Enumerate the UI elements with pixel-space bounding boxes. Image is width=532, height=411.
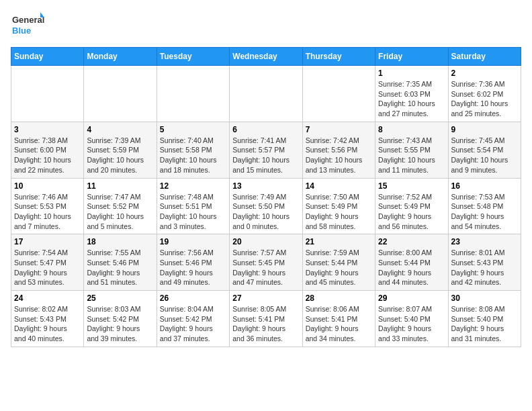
cell-content: Sunrise: 8:06 AMSunset: 5:41 PMDaylight:… (306, 304, 372, 344)
cell-content: Sunrise: 8:08 AMSunset: 5:40 PMDaylight:… (451, 304, 518, 344)
calendar-cell: 20Sunrise: 7:57 AMSunset: 5:45 PMDayligh… (230, 234, 302, 291)
day-number: 8 (378, 125, 445, 134)
calendar-cell: 17Sunrise: 7:54 AMSunset: 5:47 PMDayligh… (11, 234, 84, 291)
calendar-body: 1Sunrise: 7:35 AMSunset: 6:03 PMDaylight… (11, 66, 521, 347)
day-number: 11 (87, 181, 153, 191)
calendar-week-5: 24Sunrise: 8:02 AMSunset: 5:43 PMDayligh… (11, 291, 521, 347)
day-number: 25 (87, 293, 153, 303)
day-number: 28 (306, 293, 372, 303)
calendar-cell: 22Sunrise: 8:00 AMSunset: 5:44 PMDayligh… (375, 234, 448, 291)
calendar-cell: 11Sunrise: 7:47 AMSunset: 5:52 PMDayligh… (84, 178, 157, 234)
day-number: 26 (160, 293, 226, 303)
day-number: 12 (160, 181, 226, 191)
cell-content: Sunrise: 7:54 AMSunset: 5:47 PMDaylight:… (14, 248, 81, 287)
calendar-header: SundayMondayTuesdayWednesdayThursdayFrid… (11, 48, 521, 66)
cell-content: Sunrise: 7:48 AMSunset: 5:51 PMDaylight:… (160, 192, 226, 232)
day-number: 27 (232, 293, 299, 303)
calendar-cell: 24Sunrise: 8:02 AMSunset: 5:43 PMDayligh… (11, 291, 84, 347)
weekday-header-saturday: Saturday (448, 48, 521, 66)
calendar-cell: 30Sunrise: 8:08 AMSunset: 5:40 PMDayligh… (448, 291, 521, 347)
calendar-cell: 14Sunrise: 7:50 AMSunset: 5:49 PMDayligh… (302, 178, 375, 234)
weekday-header-monday: Monday (84, 48, 157, 66)
weekday-header-sunday: Sunday (11, 48, 84, 66)
calendar-cell: 8Sunrise: 7:43 AMSunset: 5:55 PMDaylight… (375, 122, 448, 178)
cell-content: Sunrise: 8:05 AMSunset: 5:41 PMDaylight:… (232, 304, 299, 344)
day-number: 5 (160, 125, 226, 134)
cell-content: Sunrise: 8:02 AMSunset: 5:43 PMDaylight:… (14, 304, 81, 344)
day-number: 30 (451, 293, 518, 303)
day-number: 4 (87, 125, 153, 134)
day-number: 7 (306, 125, 372, 134)
calendar-cell: 2Sunrise: 7:36 AMSunset: 6:02 PMDaylight… (448, 66, 521, 122)
cell-content: Sunrise: 7:40 AMSunset: 5:58 PMDaylight:… (160, 136, 226, 175)
calendar-cell: 16Sunrise: 7:53 AMSunset: 5:48 PMDayligh… (448, 178, 521, 234)
calendar-cell: 5Sunrise: 7:40 AMSunset: 5:58 PMDaylight… (157, 122, 229, 178)
cell-content: Sunrise: 7:59 AMSunset: 5:44 PMDaylight:… (306, 248, 372, 287)
day-number: 15 (378, 181, 445, 191)
weekday-header-thursday: Thursday (302, 48, 375, 66)
cell-content: Sunrise: 7:47 AMSunset: 5:52 PMDaylight:… (87, 192, 153, 232)
calendar-cell: 1Sunrise: 7:35 AMSunset: 6:03 PMDaylight… (375, 66, 448, 122)
day-number: 14 (306, 181, 372, 191)
calendar-cell: 4Sunrise: 7:39 AMSunset: 5:59 PMDaylight… (84, 122, 157, 178)
cell-content: Sunrise: 8:01 AMSunset: 5:43 PMDaylight:… (451, 248, 518, 287)
day-number: 20 (232, 237, 299, 246)
svg-text:Blue: Blue (12, 26, 31, 36)
calendar-cell (230, 66, 302, 122)
calendar-cell: 6Sunrise: 7:41 AMSunset: 5:57 PMDaylight… (230, 122, 302, 178)
cell-content: Sunrise: 8:00 AMSunset: 5:44 PMDaylight:… (378, 248, 445, 287)
calendar-cell: 18Sunrise: 7:55 AMSunset: 5:46 PMDayligh… (84, 234, 157, 291)
calendar-cell: 27Sunrise: 8:05 AMSunset: 5:41 PMDayligh… (230, 291, 302, 347)
day-number: 10 (14, 181, 81, 191)
page-header: General Blue (11, 11, 521, 40)
day-number: 18 (87, 237, 153, 246)
weekday-header-friday: Friday (375, 48, 448, 66)
day-number: 23 (451, 237, 518, 246)
cell-content: Sunrise: 7:45 AMSunset: 5:54 PMDaylight:… (451, 136, 518, 175)
day-number: 9 (451, 125, 518, 134)
cell-content: Sunrise: 7:57 AMSunset: 5:45 PMDaylight:… (232, 248, 299, 287)
day-number: 1 (378, 68, 445, 78)
calendar-cell: 10Sunrise: 7:46 AMSunset: 5:53 PMDayligh… (11, 178, 84, 234)
cell-content: Sunrise: 7:55 AMSunset: 5:46 PMDaylight:… (87, 248, 153, 287)
cell-content: Sunrise: 8:04 AMSunset: 5:42 PMDaylight:… (160, 304, 226, 344)
calendar-cell: 23Sunrise: 8:01 AMSunset: 5:43 PMDayligh… (448, 234, 521, 291)
cell-content: Sunrise: 7:52 AMSunset: 5:49 PMDaylight:… (378, 192, 445, 232)
day-number: 3 (14, 125, 81, 134)
calendar-week-1: 1Sunrise: 7:35 AMSunset: 6:03 PMDaylight… (11, 66, 521, 122)
day-number: 21 (306, 237, 372, 246)
calendar-cell: 21Sunrise: 7:59 AMSunset: 5:44 PMDayligh… (302, 234, 375, 291)
cell-content: Sunrise: 7:35 AMSunset: 6:03 PMDaylight:… (378, 79, 445, 119)
calendar-cell (302, 66, 375, 122)
cell-content: Sunrise: 7:56 AMSunset: 5:46 PMDaylight:… (160, 248, 226, 287)
day-number: 29 (378, 293, 445, 303)
calendar-cell: 25Sunrise: 8:03 AMSunset: 5:42 PMDayligh… (84, 291, 157, 347)
calendar-cell: 26Sunrise: 8:04 AMSunset: 5:42 PMDayligh… (157, 291, 229, 347)
cell-content: Sunrise: 8:07 AMSunset: 5:40 PMDaylight:… (378, 304, 445, 344)
weekday-header-wednesday: Wednesday (230, 48, 302, 66)
cell-content: Sunrise: 7:36 AMSunset: 6:02 PMDaylight:… (451, 79, 518, 119)
day-number: 24 (14, 293, 81, 303)
logo: General Blue (11, 11, 44, 40)
calendar-week-3: 10Sunrise: 7:46 AMSunset: 5:53 PMDayligh… (11, 178, 521, 234)
day-number: 13 (232, 181, 299, 191)
calendar-cell: 7Sunrise: 7:42 AMSunset: 5:56 PMDaylight… (302, 122, 375, 178)
day-number: 19 (160, 237, 226, 246)
day-number: 17 (14, 237, 81, 246)
cell-content: Sunrise: 7:43 AMSunset: 5:55 PMDaylight:… (378, 136, 445, 175)
svg-text:General: General (12, 15, 44, 25)
day-number: 22 (378, 237, 445, 246)
cell-content: Sunrise: 7:38 AMSunset: 6:00 PMDaylight:… (14, 136, 81, 175)
cell-content: Sunrise: 7:49 AMSunset: 5:50 PMDaylight:… (232, 192, 299, 232)
calendar-cell (11, 66, 84, 122)
calendar-cell (84, 66, 157, 122)
cell-content: Sunrise: 7:41 AMSunset: 5:57 PMDaylight:… (232, 136, 299, 175)
calendar-cell: 15Sunrise: 7:52 AMSunset: 5:49 PMDayligh… (375, 178, 448, 234)
cell-content: Sunrise: 8:03 AMSunset: 5:42 PMDaylight:… (87, 304, 153, 344)
cell-content: Sunrise: 7:39 AMSunset: 5:59 PMDaylight:… (87, 136, 153, 175)
calendar-cell: 19Sunrise: 7:56 AMSunset: 5:46 PMDayligh… (157, 234, 229, 291)
weekday-header-tuesday: Tuesday (157, 48, 229, 66)
calendar-cell: 12Sunrise: 7:48 AMSunset: 5:51 PMDayligh… (157, 178, 229, 234)
cell-content: Sunrise: 7:53 AMSunset: 5:48 PMDaylight:… (451, 192, 518, 232)
logo-svg: General Blue (11, 11, 44, 40)
